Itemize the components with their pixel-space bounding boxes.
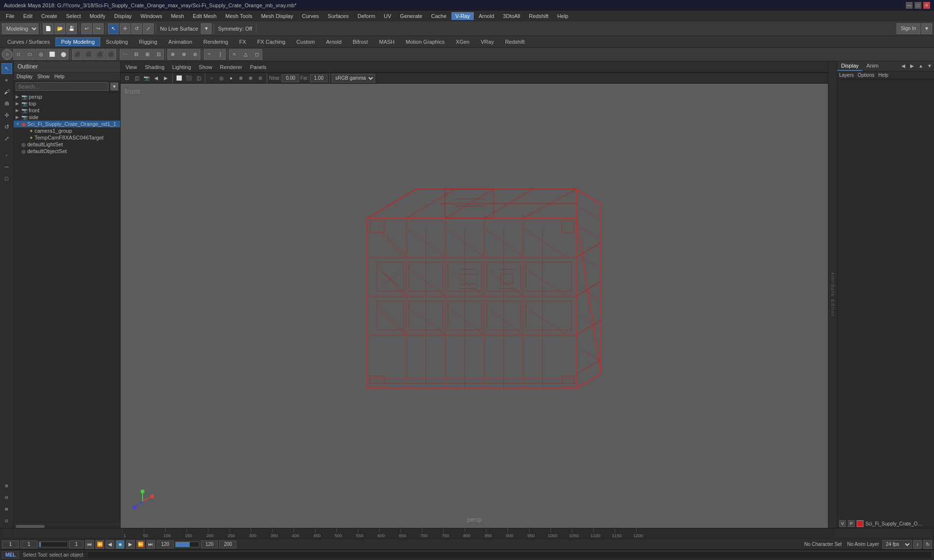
outliner-item-lightset[interactable]: ◎ defaultLightSet: [14, 141, 120, 148]
fps-dropdown[interactable]: 24 fps: [882, 540, 912, 549]
outliner-item-camera-group[interactable]: ✦ camera1_group: [14, 127, 120, 134]
outliner-show-menu[interactable]: Show: [36, 73, 52, 80]
triangulate-tool[interactable]: △: [240, 49, 251, 60]
vertex-mode-icon[interactable]: ◦: [1, 150, 12, 160]
timeline-ruler[interactable]: 1 50 100 150 200 250 300 350 400 450: [123, 528, 835, 539]
tab-sculpting[interactable]: Sculpting: [101, 37, 133, 46]
viewport-canvas[interactable]: front: [121, 84, 828, 528]
tab-redshift[interactable]: Redshift: [500, 37, 530, 46]
open-file-button[interactable]: 📂: [54, 23, 65, 34]
tab-fx-caching[interactable]: FX Caching: [252, 37, 290, 46]
edge-loop-tool[interactable]: ⋯: [120, 49, 130, 60]
vp-next-btn[interactable]: ▶: [162, 74, 170, 83]
tab-xgen[interactable]: XGen: [450, 37, 475, 46]
gamma-dropdown[interactable]: sRGB gamma: [332, 74, 375, 83]
bevel-tool[interactable]: ⊞: [142, 49, 153, 60]
maximize-button[interactable]: □: [915, 2, 921, 9]
outliner-tree[interactable]: ▶ 📷 persp ▶ 📷 top ▶ 📷 front ▶ 📷 side: [14, 92, 120, 524]
max-frame-input[interactable]: [219, 541, 236, 548]
quad-tool[interactable]: ◻: [251, 49, 262, 60]
far-clip-input[interactable]: [310, 74, 327, 82]
start-frame-input[interactable]: [2, 541, 19, 548]
live-surface-dropdown[interactable]: ▼: [201, 23, 212, 34]
bridge-tool[interactable]: ⬛: [83, 49, 94, 60]
mode-dropdown[interactable]: Modeling: [2, 23, 38, 34]
tab-rigging[interactable]: Rigging: [134, 37, 162, 46]
menu-curves[interactable]: Curves: [298, 12, 323, 20]
vp-home-btn[interactable]: ⊡: [123, 74, 131, 83]
navigation-gizmo[interactable]: [130, 489, 155, 513]
play-forward-button[interactable]: ▶: [126, 540, 135, 549]
minimize-button[interactable]: —: [906, 2, 913, 9]
cb-arrow-up[interactable]: ▲: [916, 61, 925, 70]
outliner-item-main-object[interactable]: ▼ ▣ Sci_Fi_Supply_Crate_Orange_nd1_1: [14, 121, 120, 127]
menu-generate[interactable]: Generate: [396, 12, 426, 20]
step-forward-button[interactable]: ⏩: [136, 540, 145, 549]
tab-mash[interactable]: MASH: [374, 37, 400, 46]
menu-display[interactable]: Display: [110, 12, 136, 20]
outliner-item-top[interactable]: ▶ 📷 top: [14, 100, 120, 107]
viewport-renderer-menu[interactable]: Renderer: [217, 63, 245, 71]
tab-motion-graphics[interactable]: Motion Graphics: [400, 37, 450, 46]
menu-select[interactable]: Select: [62, 12, 85, 20]
vp-prev-btn[interactable]: ◀: [152, 74, 161, 83]
viewport-show-menu[interactable]: Show: [196, 63, 216, 71]
edge-mode-icon[interactable]: ─: [1, 161, 12, 172]
extrude-tool[interactable]: ⬛: [72, 49, 83, 60]
cb-arrow-down[interactable]: ▼: [925, 61, 934, 70]
help-menu[interactable]: Help: [878, 72, 888, 78]
disc-tool[interactable]: ⬤: [58, 49, 69, 60]
options-menu[interactable]: Options: [858, 72, 874, 78]
tab-poly-modeling[interactable]: Poly Modeling: [55, 37, 100, 46]
vp-cam-btn[interactable]: 📷: [142, 74, 151, 83]
layout-icon-3[interactable]: ⊠: [1, 504, 12, 514]
menu-deform[interactable]: Deform: [354, 12, 379, 20]
move-tool-button[interactable]: ✛: [120, 23, 130, 34]
tab-curves-surfaces[interactable]: Curves / Surfaces: [2, 37, 55, 46]
menu-surfaces[interactable]: Surfaces: [324, 12, 353, 20]
audio-button[interactable]: ♪: [913, 540, 922, 549]
sculpt-tool-icon[interactable]: ⋒: [1, 98, 12, 109]
outliner-search-dropdown[interactable]: ▼: [110, 83, 118, 90]
end-frame-input[interactable]: [157, 541, 174, 548]
move-icon[interactable]: ✛: [1, 110, 12, 121]
outliner-hscroll[interactable]: [14, 524, 120, 528]
cube-tool[interactable]: □: [13, 49, 24, 60]
menu-file[interactable]: File: [2, 12, 18, 20]
cylinder-tool[interactable]: ⬭: [24, 49, 35, 60]
smooth-tool[interactable]: ≈: [229, 49, 240, 60]
layout-icon-1[interactable]: ⊞: [1, 480, 12, 491]
menu-edit[interactable]: Edit: [19, 12, 36, 20]
visibility-toggle[interactable]: V: [839, 520, 846, 527]
hscroll-thumb[interactable]: [16, 525, 45, 528]
tab-fx[interactable]: FX: [234, 37, 251, 46]
menu-mesh-tools[interactable]: Mesh Tools: [221, 12, 256, 20]
vp-wire-btn[interactable]: ⬜: [175, 74, 183, 83]
menu-modify[interactable]: Modify: [86, 12, 109, 20]
play-back-button[interactable]: ◀: [106, 540, 114, 549]
vp-frame-btn[interactable]: ◫: [132, 74, 141, 83]
viewport-lighting-menu[interactable]: Lighting: [169, 63, 194, 71]
tab-custom[interactable]: Custom: [291, 37, 320, 46]
mel-input-field[interactable]: [87, 551, 932, 559]
harden-tool[interactable]: |: [215, 49, 226, 60]
crease-tool[interactable]: ⊡: [153, 49, 164, 60]
tab-arnold[interactable]: Arnold: [321, 37, 347, 46]
viewport-view-menu[interactable]: View: [123, 63, 140, 71]
vp-smooth-wire-btn[interactable]: ◫: [194, 74, 203, 83]
redo-button[interactable]: ↪: [93, 23, 104, 34]
vp-x4[interactable]: ⊕: [236, 74, 245, 83]
rotate-tool-button[interactable]: ↺: [131, 23, 142, 34]
menu-help[interactable]: Help: [554, 12, 573, 20]
outliner-item-front[interactable]: ▶ 📷 front: [14, 107, 120, 114]
face-mode-icon[interactable]: □: [1, 173, 12, 184]
menu-redshift[interactable]: Redshift: [525, 12, 552, 20]
paint-tool-icon[interactable]: 🖌: [1, 87, 12, 97]
viewport-shading-menu[interactable]: Shading: [142, 63, 167, 71]
soften-tool[interactable]: ~: [204, 49, 215, 60]
vp-x5[interactable]: ⊗: [246, 74, 255, 83]
outliner-item-persp[interactable]: ▶ 📷 persp: [14, 93, 120, 100]
vp-x6[interactable]: ⊘: [256, 74, 265, 83]
menu-mesh[interactable]: Mesh: [167, 12, 188, 20]
outliner-item-objectset[interactable]: ◎ defaultObjectSet: [14, 148, 120, 155]
